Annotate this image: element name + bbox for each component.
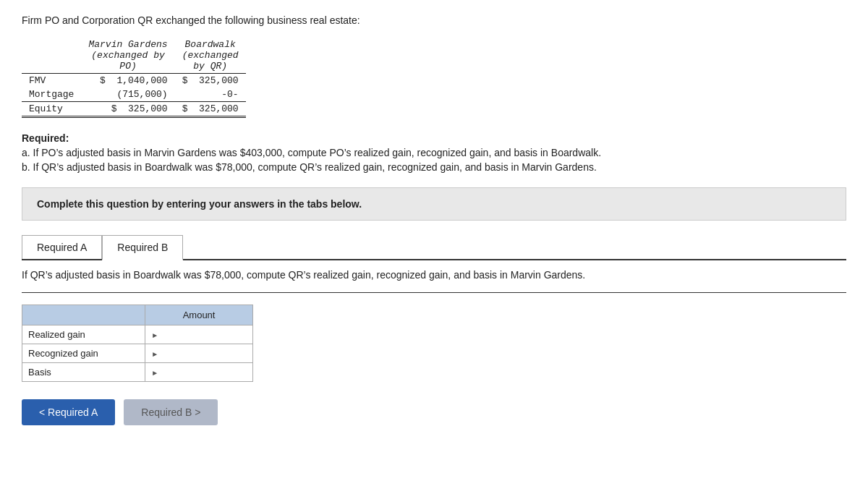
col1-value: $ 325,000 [81, 102, 174, 117]
answer-input-2[interactable] [161, 367, 234, 378]
table-row: FMV $ 1,040,000 $ 325,000 [22, 74, 246, 88]
required-label: Required: [22, 132, 69, 144]
col2-value: $ 325,000 [175, 74, 246, 88]
col1-value: $ 1,040,000 [81, 74, 174, 88]
answer-row: Recognized gain ► [22, 344, 253, 363]
answer-row-label: Basis [22, 363, 145, 382]
intro-text: Firm PO and Corporation QR exchanged the… [22, 14, 846, 26]
tab-description-text: If QR’s adjusted basis in Boardwalk was … [22, 269, 585, 281]
table-row: Equity $ 325,000 $ 325,000 [22, 102, 246, 117]
row-label: FMV [22, 74, 81, 88]
tab-description: If QR’s adjusted basis in Boardwalk was … [22, 260, 846, 293]
part-b-text: b. If QR’s adjusted basis in Boardwalk w… [22, 161, 846, 173]
col1-header: Marvin Gardens (exchanged by PO) [81, 38, 174, 74]
tab-required-a[interactable]: Required A [22, 235, 102, 259]
col2-value: -0- [175, 88, 246, 102]
prev-button[interactable]: < Required A [22, 399, 115, 425]
answer-row: Basis ► [22, 363, 253, 382]
data-table: Marvin Gardens (exchanged by PO) Boardwa… [22, 38, 246, 118]
row-label-header [22, 305, 145, 325]
answer-amount-cell[interactable]: ► [145, 363, 253, 382]
next-button[interactable]: Required B > [124, 399, 218, 425]
answer-row-label: Recognized gain [22, 344, 145, 363]
table-row: Mortgage (715,000) -0- [22, 88, 246, 102]
nav-buttons: < Required A Required B > [22, 399, 846, 425]
answer-input-0[interactable] [161, 329, 234, 340]
amount-header: Amount [145, 305, 253, 325]
tabs-container: Required A Required B [22, 235, 846, 260]
part-a-text: a. If PO’s adjusted basis in Marvin Gard… [22, 147, 846, 158]
question-box: Complete this question by entering your … [22, 187, 846, 221]
answer-input-1[interactable] [161, 348, 234, 359]
required-section: Required: a. If PO’s adjusted basis in M… [22, 132, 846, 173]
row-label: Equity [22, 102, 81, 117]
tab-required-b[interactable]: Required B [102, 235, 183, 260]
question-box-text: Complete this question by entering your … [37, 198, 362, 210]
answer-amount-cell[interactable]: ► [145, 344, 253, 363]
answer-row: Realized gain ► [22, 325, 253, 344]
col2-header: Boardwalk (exchanged by QR) [175, 38, 246, 74]
row-label: Mortgage [22, 88, 81, 102]
col1-value: (715,000) [81, 88, 174, 102]
col2-value: $ 325,000 [175, 102, 246, 117]
answer-row-label: Realized gain [22, 325, 145, 344]
answer-amount-cell[interactable]: ► [145, 325, 253, 344]
answer-table: Amount Realized gain ► Recognized gain ►… [22, 305, 253, 382]
